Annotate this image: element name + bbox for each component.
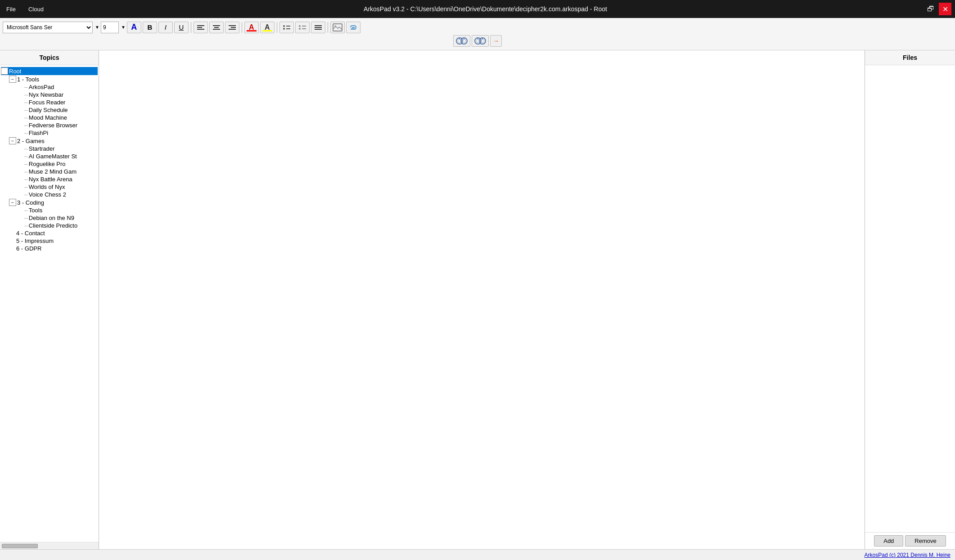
toolbar-separator-4	[328, 22, 328, 33]
tree-item-worlds-of-nyx[interactable]: ─ Worlds of Nyx	[1, 183, 98, 191]
tree-item-roguelike-pro[interactable]: ─ Roguelike Pro	[1, 160, 98, 168]
files-content	[865, 65, 955, 532]
image-button[interactable]	[330, 22, 345, 33]
tree-label-muse-2: Muse 2 Mind Gam	[29, 168, 77, 175]
svg-point-9	[283, 25, 285, 27]
restore-button[interactable]: 🗗	[924, 3, 937, 15]
search1-button[interactable]	[453, 35, 470, 47]
tree-item-arkospad[interactable]: ─ ArkosPad	[1, 83, 98, 91]
align-left-button[interactable]	[194, 22, 208, 33]
search2-button[interactable]	[472, 35, 489, 47]
tree-item-contact[interactable]: 4 - Contact	[1, 229, 98, 237]
tree-item-impressum[interactable]: 5 - Impressum	[1, 237, 98, 245]
bold-button[interactable]: B	[143, 22, 157, 33]
tree-label-games: 2 - Games	[17, 138, 45, 144]
menu-cloud[interactable]: Cloud	[26, 5, 46, 13]
close-button[interactable]: ✕	[939, 3, 951, 15]
tree-item-games[interactable]: −2 - Games	[1, 137, 98, 145]
tree-label-tools-coding: Tools	[29, 207, 42, 214]
italic-button[interactable]: I	[158, 22, 173, 33]
tree-connector-nyx-newsbar: ─	[24, 92, 28, 98]
tree-connector-roguelike-pro: ─	[24, 161, 28, 167]
tree-connector-voice-chess-2: ─	[24, 192, 28, 197]
tree-label-worlds-of-nyx: Worlds of Nyx	[29, 184, 65, 190]
tree-label-nyx-newsbar: Nyx Newsbar	[29, 91, 63, 98]
search-extend-button[interactable]: →	[490, 35, 502, 47]
tree-item-gdpr[interactable]: 6 - GDPR	[1, 245, 98, 252]
toolbar: Microsoft Sans Ser ▼ ▼ A B I U	[0, 18, 955, 50]
tree-item-daily-schedule[interactable]: ─ Daily Schedule	[1, 106, 98, 114]
editor-panel[interactable]	[99, 50, 865, 549]
tree-item-nyx-newsbar[interactable]: ─ Nyx Newsbar	[1, 91, 98, 99]
remove-file-button[interactable]: Remove	[905, 535, 946, 547]
tree-item-root[interactable]: −Root	[1, 67, 98, 75]
search-extend-arrow-icon: →	[493, 37, 499, 45]
list-button[interactable]	[311, 22, 325, 33]
topics-scrollbar[interactable]	[0, 542, 99, 549]
underline-button[interactable]: U	[174, 22, 189, 33]
expand-btn-tools[interactable]: −	[9, 76, 16, 83]
tree-connector-daily-schedule: ─	[24, 108, 28, 113]
expand-btn-root[interactable]: −	[1, 67, 8, 75]
tree-label-contact: 4 - Contact	[16, 230, 45, 237]
tree-item-debian-n9[interactable]: ─ Debian on the N9	[1, 214, 98, 222]
tree-item-voice-chess-2[interactable]: ─ Voice Chess 2	[1, 191, 98, 198]
tree-label-voice-chess-2: Voice Chess 2	[29, 191, 66, 198]
tree-label-mood-machine: Mood Machine	[29, 114, 67, 121]
status-bar: ArkosPad (c) 2021 Dennis M. Heine	[0, 549, 955, 560]
tree-label-impressum: 5 - Impressum	[16, 237, 54, 244]
tree-item-clientside-predicto[interactable]: ─ Clientside Predicto	[1, 222, 98, 229]
menu-file[interactable]: File	[4, 5, 18, 13]
tree-connector-tools-coding: ─	[24, 208, 28, 213]
text-color-button[interactable]: A	[244, 22, 259, 33]
tree-connector-muse-2: ─	[24, 169, 28, 175]
tree-label-flashpi: FlashPi	[29, 130, 48, 136]
title-bar: File Cloud ArkosPad v3.2 - C:\Users\denn…	[0, 0, 955, 18]
tree-connector-nyx-battle-arena: ─	[24, 177, 28, 182]
tree-item-focus-reader[interactable]: ─ Focus Reader	[1, 99, 98, 106]
tree-connector-flashpi: ─	[24, 130, 28, 136]
tree-label-nyx-battle-arena: Nyx Battle Arena	[29, 176, 72, 183]
title-bar-menus: File Cloud	[4, 5, 46, 13]
font-name-select[interactable]: Microsoft Sans Ser	[3, 22, 93, 33]
status-text: ArkosPad (c) 2021 Dennis M. Heine	[865, 552, 950, 558]
tree-item-mood-machine[interactable]: ─ Mood Machine	[1, 114, 98, 121]
align-left-icon	[197, 24, 205, 31]
title-bar-title: ArkosPad v3.2 - C:\Users\denni\OneDrive\…	[46, 5, 924, 13]
font-color-button[interactable]: A	[127, 22, 141, 33]
tree-label-ai-gamemaster: AI GameMaster St	[29, 153, 77, 160]
topics-tree[interactable]: −Root−1 - Tools─ ArkosPad─ Nyx Newsbar─ …	[0, 65, 99, 542]
bullet2-button[interactable]	[295, 22, 310, 33]
tree-item-coding[interactable]: −3 - Coding	[1, 198, 98, 206]
expand-btn-coding[interactable]: −	[9, 199, 16, 206]
align-center-icon	[212, 24, 221, 31]
align-center-button[interactable]	[209, 22, 224, 33]
tree-item-startrader[interactable]: ─ Startrader	[1, 145, 98, 152]
tree-item-nyx-battle-arena[interactable]: ─ Nyx Battle Arena	[1, 175, 98, 183]
link-button[interactable]	[346, 22, 360, 33]
font-size-input[interactable]	[101, 22, 119, 33]
bullet1-button[interactable]	[279, 22, 294, 33]
tree-label-debian-n9: Debian on the N9	[29, 215, 74, 221]
tree-item-muse-2[interactable]: ─ Muse 2 Mind Gam	[1, 168, 98, 175]
toolbar-separator-1	[191, 22, 191, 33]
tree-connector-debian-n9: ─	[24, 215, 28, 221]
align-right-button[interactable]	[225, 22, 239, 33]
tree-item-tools-coding[interactable]: ─ Tools	[1, 206, 98, 214]
tree-label-roguelike-pro: Roguelike Pro	[29, 161, 66, 167]
image-icon	[333, 23, 342, 31]
tree-connector-worlds-of-nyx: ─	[24, 184, 28, 190]
topics-header: Topics	[0, 50, 99, 65]
tree-item-ai-gamemaster[interactable]: ─ AI GameMaster St	[1, 152, 98, 160]
tree-item-fediverse-browser[interactable]: ─ Fediverse Browser	[1, 121, 98, 129]
files-panel: Files Add Remove	[865, 50, 955, 549]
main-content: Microsoft Sans Ser ▼ ▼ A B I U	[0, 18, 955, 560]
binoculars1-icon	[455, 36, 468, 46]
expand-btn-games[interactable]: −	[9, 137, 16, 144]
tree-item-flashpi[interactable]: ─ FlashPi	[1, 129, 98, 137]
tree-item-tools[interactable]: −1 - Tools	[1, 75, 98, 83]
highlight-button[interactable]: A	[260, 22, 275, 33]
font-color-a-icon: A	[131, 22, 137, 32]
add-file-button[interactable]: Add	[874, 535, 903, 547]
topics-scrollbar-thumb[interactable]	[2, 544, 38, 548]
